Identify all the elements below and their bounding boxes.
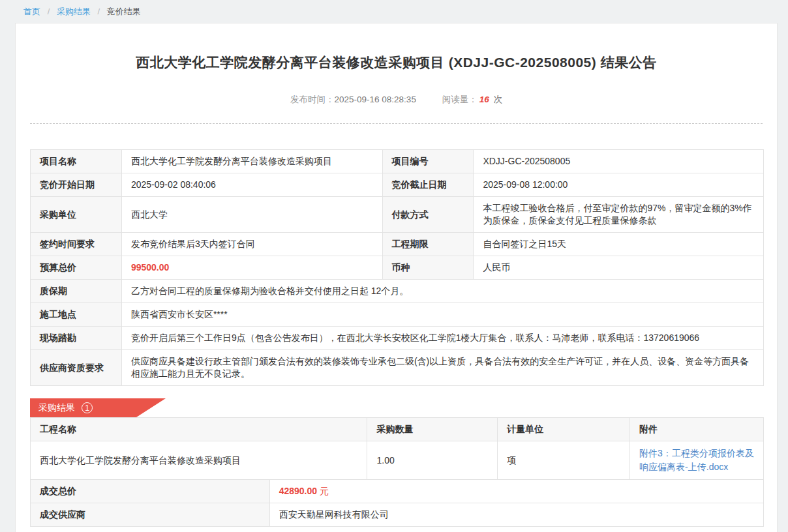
attachment-link[interactable]: 附件3：工程类分项报价表及响应偏离表-上传.docx: [639, 447, 754, 474]
deal-supplier-row: 成交供应商 西安天勤星网科技有限公司: [31, 503, 764, 527]
project-details-table: 项目名称 西北大学化工学院发酵分离平台装修改造采购项目 项目编号 XDJJ-GC…: [30, 149, 764, 386]
detail-value: 2025-09-08 12:00:00: [474, 173, 764, 197]
column-header-quantity: 采购数量: [367, 418, 498, 441]
deal-total-value: 42890.00 元: [269, 480, 763, 503]
detail-value: 自合同签订之日15天: [474, 233, 764, 256]
detail-value: 人民币: [474, 256, 764, 280]
detail-label: 币种: [382, 256, 474, 280]
result-unit: 项: [498, 441, 630, 480]
read-count-label: 阅读量：: [442, 95, 477, 104]
procurement-result-table: 工程名称 采购数量 计量单位 附件 西北大学化工学院发酵分离平台装修改造采购项目…: [30, 417, 764, 527]
detail-label: 现场踏勘: [31, 327, 122, 350]
breadcrumb-separator: /: [98, 7, 100, 16]
detail-value: 西北大学: [121, 197, 382, 233]
detail-label: 项目名称: [31, 150, 122, 173]
detail-value: 陕西省西安市长安区****: [121, 303, 763, 327]
column-header-project-name: 工程名称: [31, 418, 367, 441]
table-row: 供应商资质要求 供应商应具备建设行政主管部门颁发合法有效的装修装饰专业承包二级(…: [31, 350, 764, 386]
detail-label: 竞价截止日期: [382, 173, 474, 197]
detail-value: 西北大学化工学院发酵分离平台装修改造采购项目: [121, 150, 382, 173]
breadcrumb-procurement-results-link[interactable]: 采购结果: [57, 7, 91, 16]
result-quantity: 1.00: [367, 441, 498, 480]
publish-time: 发布时间：2025-09-16 08:28:35: [290, 95, 416, 104]
deal-supplier-label: 成交供应商: [31, 503, 270, 527]
detail-label: 施工地点: [31, 303, 122, 327]
deal-total-label: 成交总价: [31, 480, 270, 503]
publish-time-value: 2025-09-16 08:28:35: [335, 95, 416, 104]
column-header-attachment: 附件: [630, 418, 764, 441]
table-row: 采购单位 西北大学 付款方式 本工程竣工验收合格后，付至审定价款的97%，留审定…: [31, 197, 764, 233]
detail-value: 供应商应具备建设行政主管部门颁发合法有效的装修装饰专业承包二级(含)以上资质，具…: [121, 350, 763, 386]
detail-value: 竞价开启后第三个工作日9点（包含公告发布日），在西北大学长安校区化工学院1楼大厅…: [121, 327, 763, 350]
result-data-row: 西北大学化工学院发酵分离平台装修改造采购项目 1.00 项 附件3：工程类分项报…: [31, 441, 764, 480]
detail-value: 乙方对合同工程的质量保修期为验收合格并交付使用之日起 12个月。: [121, 280, 763, 303]
procurement-result-badge: 采购结果 1: [30, 398, 166, 417]
article-meta: 发布时间：2025-09-16 08:28:35 阅读量：16 次: [30, 94, 763, 106]
detail-label: 竞价开始日期: [31, 173, 122, 197]
result-project-name: 西北大学化工学院发酵分离平台装修改造采购项目: [31, 441, 367, 480]
budget-total-value: 99500.00: [121, 256, 382, 280]
table-row: 现场踏勘 竞价开启后第三个工作日9点（包含公告发布日），在西北大学长安校区化工学…: [31, 327, 764, 350]
read-count-value: 16: [479, 95, 489, 104]
detail-value: 发布竞价结果后3天内签订合同: [121, 233, 382, 256]
detail-label: 质保期: [31, 280, 122, 303]
deal-total-row: 成交总价 42890.00 元: [31, 480, 764, 503]
detail-label: 预算总价: [31, 256, 122, 280]
column-header-unit: 计量单位: [498, 418, 630, 441]
detail-label: 采购单位: [31, 197, 122, 233]
detail-value: 2025-09-02 08:40:06: [121, 173, 382, 197]
breadcrumb-home-link[interactable]: 首页: [23, 7, 40, 16]
article-header: 西北大学化工学院发酵分离平台装修改造采购项目 (XDJJ-GC-20250800…: [30, 23, 763, 124]
deal-supplier-value: 西安天勤星网科技有限公司: [269, 503, 763, 527]
detail-label: 工程期限: [382, 233, 474, 256]
table-row: 项目名称 西北大学化工学院发酵分离平台装修改造采购项目 项目编号 XDJJ-GC…: [31, 150, 764, 173]
breadcrumb: 首页 / 采购结果 / 竞价结果: [0, 0, 788, 23]
table-row: 预算总价 99500.00 币种 人民币: [31, 256, 764, 280]
procurement-result-badge-label: 采购结果: [38, 402, 75, 414]
detail-label: 签约时间要求: [31, 233, 122, 256]
detail-label: 供应商资质要求: [31, 350, 122, 386]
deal-total-amount: 42890.00: [279, 486, 317, 496]
content-card: 西北大学化工学院发酵分离平台装修改造采购项目 (XDJJ-GC-20250800…: [15, 23, 778, 532]
result-header-row: 工程名称 采购数量 计量单位 附件: [31, 418, 764, 441]
detail-label: 项目编号: [382, 150, 474, 173]
page-title: 西北大学化工学院发酵分离平台装修改造采购项目 (XDJJ-GC-20250800…: [30, 53, 763, 72]
read-count-unit: 次: [493, 95, 502, 104]
table-row: 签约时间要求 发布竞价结果后3天内签订合同 工程期限 自合同签订之日15天: [31, 233, 764, 256]
detail-value: XDJJ-GC-202508005: [474, 150, 764, 173]
detail-label: 付款方式: [382, 197, 474, 233]
detail-value: 本工程竣工验收合格后，付至审定价款的97%，留审定金额的3%作为质保金，质保金支…: [474, 197, 764, 233]
publish-time-label: 发布时间：: [290, 95, 335, 104]
table-row: 质保期 乙方对合同工程的质量保修期为验收合格并交付使用之日起 12个月。: [31, 280, 764, 303]
breadcrumb-current-bidding-results: 竞价结果: [107, 7, 141, 16]
read-count: 阅读量：16 次: [442, 95, 502, 104]
breadcrumb-separator: /: [48, 7, 50, 16]
result-count-badge: 1: [82, 402, 93, 413]
table-row: 施工地点 陕西省西安市长安区****: [31, 303, 764, 327]
table-row: 竞价开始日期 2025-09-02 08:40:06 竞价截止日期 2025-0…: [31, 173, 764, 197]
deal-total-unit: 元: [320, 486, 329, 496]
